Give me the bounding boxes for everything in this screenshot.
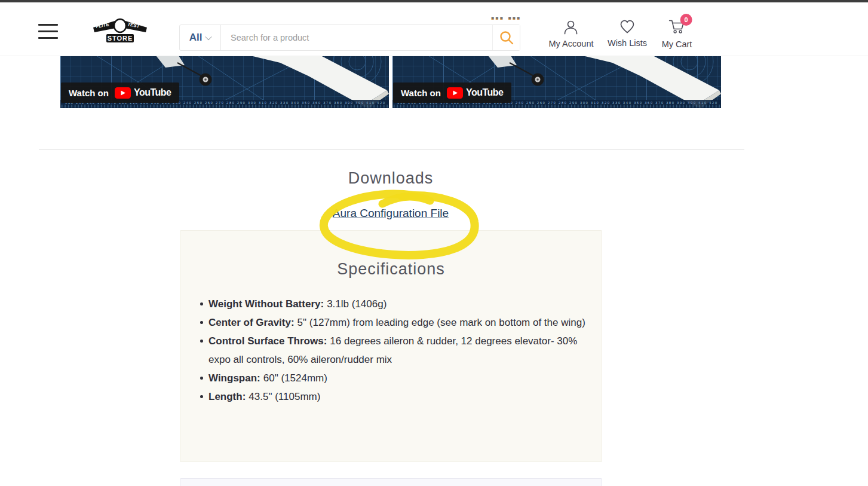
- spec-label: Wingspan:: [208, 372, 260, 384]
- watch-on-label: Watch on: [401, 88, 441, 98]
- chevron-down-icon: [206, 33, 212, 40]
- hamburger-menu-icon[interactable]: [38, 24, 58, 39]
- site-header: FLITE TEST STORE --- --- All My Account: [0, 2, 868, 56]
- youtube-video-embed-1[interactable]: 130 140 150 160 170 180 190 200 210 220 …: [60, 56, 389, 108]
- aura-configuration-file-link[interactable]: Aura Configuration File: [333, 207, 449, 219]
- my-cart-nav[interactable]: 0 My Cart: [662, 19, 692, 49]
- spec-label: Length:: [208, 391, 246, 402]
- section-divider: [39, 149, 744, 150]
- search-category-dropdown[interactable]: All: [180, 25, 221, 50]
- search-button[interactable]: [492, 25, 520, 50]
- youtube-play-icon: [115, 87, 131, 99]
- youtube-play-icon: [447, 87, 463, 99]
- specifications-title: Specifications: [180, 260, 602, 279]
- my-cart-label: My Cart: [662, 39, 692, 49]
- youtube-wordmark: YouTube: [466, 87, 504, 98]
- my-account-nav[interactable]: My Account: [549, 19, 594, 48]
- spec-label: Weight Without Battery:: [208, 298, 324, 310]
- wish-lists-label: Wish Lists: [608, 38, 647, 48]
- search-category-value: All: [189, 32, 203, 44]
- downloads-title: Downloads: [0, 169, 781, 188]
- spec-value: 43.5" (1105mm): [249, 391, 320, 402]
- spec-item-center-of-gravity: Center of Gravity:5" (127mm) from leadin…: [208, 313, 597, 332]
- specifications-list: Weight Without Battery:3.1lb (1406g) Cen…: [180, 295, 597, 406]
- spec-item-control-surface-throws: Control Surface Throws:16 degrees ailero…: [208, 332, 597, 369]
- spec-value: 5" (127mm) from leading edge (see mark o…: [297, 317, 585, 328]
- spec-item-weight: Weight Without Battery:3.1lb (1406g): [208, 295, 597, 313]
- spec-value: 60" (1524mm): [263, 372, 327, 384]
- youtube-video-embed-2[interactable]: 130 140 150 160 170 180 190 200 210 220 …: [392, 56, 721, 108]
- watch-on-youtube-button[interactable]: Watch on YouTube: [393, 82, 511, 103]
- specifications-panel: Specifications Weight Without Battery:3.…: [180, 230, 602, 462]
- dash-placeholder-text: --- ---: [491, 12, 521, 23]
- logo-word-store: STORE: [108, 35, 133, 42]
- search-icon: [499, 30, 514, 45]
- cart-count-badge: 0: [680, 14, 692, 26]
- spec-item-wingspan: Wingspan:60" (1524mm): [208, 369, 597, 387]
- wish-lists-nav[interactable]: Wish Lists: [608, 19, 647, 48]
- heart-icon: [619, 19, 636, 35]
- store-logo[interactable]: FLITE TEST STORE: [92, 18, 148, 45]
- spec-label: Control Surface Throws:: [208, 335, 327, 347]
- product-search-bar: All: [179, 25, 520, 51]
- spec-value: 3.1lb (1406g): [327, 298, 387, 310]
- search-input[interactable]: [221, 25, 492, 50]
- next-section-panel: [180, 478, 602, 486]
- watch-on-label: Watch on: [69, 88, 109, 98]
- user-icon: [563, 19, 579, 35]
- watch-on-youtube-button[interactable]: Watch on YouTube: [61, 82, 179, 103]
- my-account-label: My Account: [549, 39, 594, 48]
- youtube-wordmark: YouTube: [134, 87, 171, 98]
- flite-test-store-logo-image: FLITE TEST STORE: [92, 18, 148, 45]
- spec-label: Center of Gravity:: [208, 317, 295, 328]
- spec-item-length: Length:43.5" (1105mm): [208, 387, 597, 406]
